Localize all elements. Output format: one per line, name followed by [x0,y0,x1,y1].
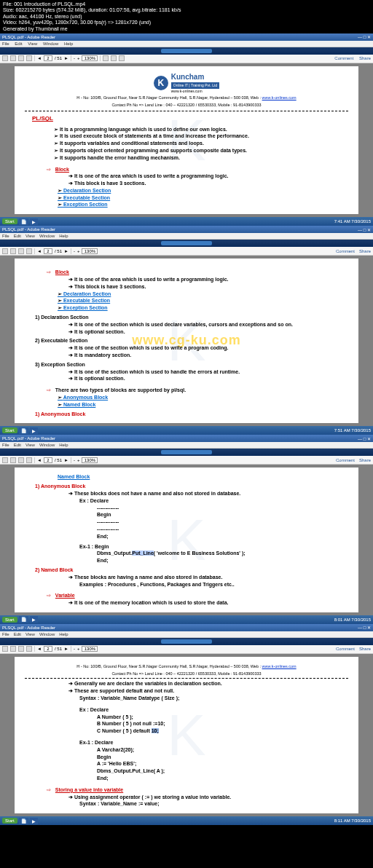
window-title: PLSQL.pdf - Adobe Reader [2,35,55,39]
open-icon[interactable] [2,55,8,61]
window-titlebar: PLSQL.pdf - Adobe Reader — □ ✕ [0,33,373,41]
print-icon[interactable] [18,55,24,61]
pdf-page: K H - No: 100/B, Ground Floor, Near S.R.… [15,657,358,813]
tool-icon[interactable] [111,55,117,61]
taskbar-app[interactable]: ▶ [30,218,38,225]
tool-icon[interactable] [103,55,109,61]
meta-gen: Generated by Thumbnail me [3,26,370,32]
window-controls[interactable]: — □ ✕ [358,436,371,441]
window-controls[interactable]: — □ ✕ [358,34,371,39]
taskbar-app[interactable]: 📄 [19,218,28,225]
section-link: Exception Section [58,201,348,208]
document-area: K Named Block 1) Anonymous Block These b… [0,465,373,615]
anon-heading: 1) Anonymous Block [35,411,348,418]
window-controls[interactable]: — □ ✕ [358,625,371,630]
save-icon[interactable] [10,248,16,254]
meta-file: File: 001 Introduction of PLSQL.mp4 [3,1,370,7]
toolbar-right: Comment Share [330,56,371,60]
taskbar[interactable]: Start📄▶8:11 AM 7/30/2015 [0,816,373,825]
zoom-out-icon[interactable]: - [74,56,75,60]
logo-text: Kuncham Online IT | Training Pvt. Ltd ww… [171,72,219,94]
menu-view[interactable]: View [28,42,37,46]
example-code: Ex : Declare ------------- Begin -------… [79,497,348,540]
example-1-code: Ex-1 : Declare A Varchar2(20); Begin A :… [79,739,348,782]
meta-video: Video: h264, yuv420p, 1280x720, 30.00 fp… [3,20,370,25]
highlighted-text: Put_Line [132,551,154,556]
clock: 7:41 AM 7/30/2015 [334,219,371,224]
menu-bar[interactable]: FileEditViewWindowHelp [0,233,373,240]
page-nav[interactable]: ◄ [37,56,42,60]
block-heading: ⇨ Block [47,269,348,276]
separator [100,55,101,61]
divider [25,111,348,111]
comment-button[interactable]: Comment [334,56,353,60]
main-heading: PL/SQL [32,114,348,122]
meta-size: Size: 602215270 bytes (574.32 MiB), dura… [3,7,370,13]
storing-heading: ⇨ Storing a value into variable [47,786,348,794]
share-button[interactable]: Share [359,56,371,60]
page-input[interactable] [44,55,52,61]
tool-icon[interactable] [119,55,125,61]
menu-help[interactable]: Help [64,42,73,46]
taskbar[interactable]: Start📄▶7:51 AM 7/30/2015 [0,426,373,435]
company-address: H - No: 100/B, Ground Floor, Near S.R.Na… [25,664,348,670]
menu-bar[interactable]: File Edit View Window Help [0,41,373,47]
window-controls[interactable]: — □ ✕ [358,227,371,232]
section-2: 2) Executable Section [35,337,348,344]
section-links: Declaration Section Executable Section E… [58,187,348,208]
media-player-bar[interactable] [0,240,373,247]
arrow-item: This block is have 3 sections. [68,180,348,187]
page-nav-next[interactable]: ► [64,56,68,60]
section-link: Executable Section [58,194,348,202]
page-input[interactable] [44,248,52,254]
bullet: It supports handle the error handling me… [54,154,348,162]
menu-bar[interactable]: FileEditViewWindowHelp [0,631,373,638]
example-1-code: Ex-1 : Begin Dbms_Output.Put_Line( 'welc… [79,543,348,564]
print-icon[interactable] [18,248,24,254]
taskbar[interactable]: Start📄▶8:01 AM 7/30/2015 [0,615,373,624]
example-code: Ex : Declare A Number ( 5 ); B Number ( … [79,706,348,735]
block-heading: ⇨ Block [47,166,348,173]
window-titlebar: PLSQL.pdf - Adobe Reader— □ ✕ [0,624,373,631]
zoom-input[interactable] [82,55,98,61]
document-area: K H - No: 100/B, Ground Floor, Near S.R.… [0,654,373,816]
company-contact: Contact Ph No => Land Line : 040 – 42221… [25,103,348,108]
feature-bullets: It is a programming language which is us… [54,126,348,162]
media-player-bar[interactable] [0,47,373,55]
store-syntax: Syntax : Variable_Name := value; [79,800,348,808]
mail-icon[interactable] [26,55,32,61]
media-player-bar[interactable] [0,638,373,645]
zoom-in-icon[interactable]: + [77,56,80,60]
menu-bar[interactable]: FileEditViewWindowHelp [0,442,373,449]
menu-file[interactable]: File [2,42,9,46]
two-types: ⇨ There are two types of blocks are supp… [47,387,348,394]
block-desc: It is one of the area which is used to w… [68,276,348,291]
bullet: It is used execute block of statements a… [54,133,348,140]
separator [71,55,71,61]
toolbar: ◄/ 51► -+ CommentShare [0,456,373,465]
taskbar-apps: 📄▶ [19,218,334,225]
document-area: K www.cg-ku.com ⇨ Block It is one of the… [0,256,373,426]
named-block-cut: Named Block [58,473,348,481]
start-button[interactable]: Start [2,218,17,224]
window-titlebar: PLSQL.pdf - Adobe Reader— □ ✕ [0,435,373,442]
taskbar[interactable]: Start 📄▶ 7:41 AM 7/30/2015 [0,217,373,226]
website-link[interactable]: www.k-onlines.com [262,664,297,668]
thumbnail-3: PLSQL.pdf - Adobe Reader— □ ✕ FileEditVi… [0,435,373,624]
menu-window[interactable]: Window [43,42,58,46]
block-desc: It is one of the area which is used to w… [68,173,348,187]
section-links: Declaration Section Executable Section E… [58,291,348,312]
menu-edit[interactable]: Edit [15,42,22,46]
page-total: / 51 [55,56,62,60]
mail-icon[interactable] [26,248,32,254]
brand-tag: Online IT | Training Pvt. Ltd [171,82,219,89]
save-icon[interactable] [10,55,16,61]
zoom-input[interactable] [82,248,98,254]
open-icon[interactable] [2,248,8,254]
website-link[interactable]: www.k-onlines.com [262,95,297,100]
company-address: H - No: 100/B, Ground Floor, Near S.R.Na… [25,95,348,101]
divider [25,678,348,679]
media-player-bar[interactable] [0,449,373,456]
meta-audio: Audio: aac, 44100 Hz, stereo (und) [3,14,370,20]
brand-url: www.k-onlines.com [171,89,219,94]
